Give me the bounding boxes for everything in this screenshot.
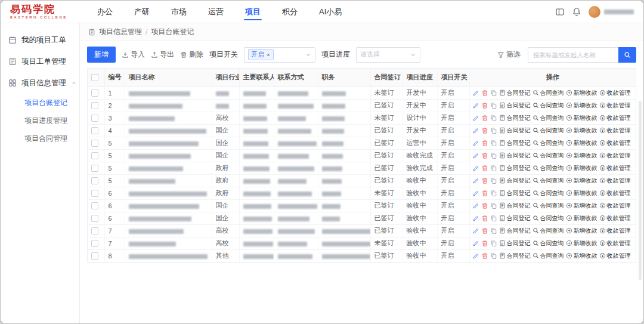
delete-icon[interactable]: [481, 90, 488, 97]
import-button[interactable]: 导入: [122, 50, 145, 60]
breadcrumb-item[interactable]: 项目台账登记: [151, 27, 194, 37]
row-checkbox[interactable]: [91, 127, 98, 134]
nav-item[interactable]: 运营: [207, 1, 225, 23]
edit-icon[interactable]: [472, 215, 479, 222]
contract-query-link[interactable]: 合同查询: [532, 114, 564, 122]
nav-item[interactable]: 市场: [170, 1, 188, 23]
nav-item[interactable]: 办公: [96, 1, 114, 23]
copy-icon[interactable]: [490, 165, 497, 172]
contract-register-link[interactable]: 合同登记: [499, 177, 531, 185]
contract-register-link[interactable]: 合同登记: [499, 202, 531, 210]
contract-query-link[interactable]: 合同查询: [532, 252, 564, 260]
contract-query-link[interactable]: 合同查询: [532, 177, 564, 185]
row-checkbox[interactable]: [91, 227, 98, 234]
close-icon[interactable]: [266, 53, 271, 57]
contract-query-link[interactable]: 合同查询: [532, 89, 564, 97]
receipt-manage-link[interactable]: 收款管理: [599, 202, 631, 210]
copy-icon[interactable]: [490, 177, 497, 184]
copy-icon[interactable]: [490, 252, 497, 260]
vertical-scrollbar[interactable]: [639, 101, 642, 280]
add-receipt-link[interactable]: 新增收款: [566, 126, 597, 135]
contract-register-link[interactable]: 合同登记: [499, 114, 531, 122]
bell-icon[interactable]: [572, 7, 581, 17]
sidebar-item[interactable]: 项目信息管理: [1, 72, 79, 94]
brand-logo[interactable]: 易码学院 EASTERN COLLEGE: [10, 4, 80, 19]
nav-item[interactable]: 积分: [281, 1, 299, 23]
contract-register-link[interactable]: 合同登记: [499, 252, 531, 260]
edit-icon[interactable]: [472, 240, 479, 247]
contract-register-link[interactable]: 合同登记: [499, 89, 531, 97]
delete-icon[interactable]: [481, 215, 488, 222]
row-checkbox[interactable]: [91, 115, 98, 122]
copy-icon[interactable]: [490, 240, 497, 247]
sidebar-subitem[interactable]: 项目合同管理: [1, 129, 79, 147]
contract-query-link[interactable]: 合同查询: [532, 202, 564, 210]
sidebar-item[interactable]: 我的项目工单: [1, 29, 79, 51]
copy-icon[interactable]: [490, 140, 497, 147]
delete-button[interactable]: 删除: [180, 50, 203, 60]
row-checkbox[interactable]: [91, 240, 98, 247]
edit-icon[interactable]: [472, 252, 479, 260]
contract-query-link[interactable]: 合同查询: [532, 164, 564, 172]
add-receipt-link[interactable]: 新增收款: [566, 214, 597, 223]
delete-icon[interactable]: [481, 202, 488, 209]
delete-icon[interactable]: [481, 102, 488, 109]
receipt-manage-link[interactable]: 收款管理: [599, 114, 631, 122]
copy-icon[interactable]: [490, 152, 497, 159]
contract-register-link[interactable]: 合同登记: [499, 139, 531, 147]
row-checkbox[interactable]: [91, 165, 98, 172]
edit-icon[interactable]: [472, 102, 479, 109]
add-receipt-link[interactable]: 新增收款: [566, 89, 597, 97]
receipt-manage-link[interactable]: 收款管理: [599, 214, 631, 223]
copy-icon[interactable]: [490, 102, 497, 109]
receipt-manage-link[interactable]: 收款管理: [599, 189, 631, 198]
contract-register-link[interactable]: 合同登记: [499, 164, 531, 172]
receipt-manage-link[interactable]: 收款管理: [599, 101, 631, 110]
delete-icon[interactable]: [481, 140, 488, 147]
copy-icon[interactable]: [490, 190, 497, 197]
row-checkbox[interactable]: [91, 152, 98, 159]
delete-icon[interactable]: [481, 227, 488, 234]
copy-icon[interactable]: [490, 202, 497, 209]
copy-icon[interactable]: [490, 127, 497, 134]
add-button[interactable]: 新增: [87, 47, 116, 63]
delete-icon[interactable]: [481, 115, 488, 122]
select-all-checkbox[interactable]: [91, 74, 98, 81]
add-receipt-link[interactable]: 新增收款: [566, 152, 597, 160]
row-checkbox[interactable]: [91, 140, 98, 147]
nav-item[interactable]: 产研: [133, 1, 151, 23]
delete-icon[interactable]: [481, 240, 488, 247]
add-receipt-link[interactable]: 新增收款: [566, 164, 597, 172]
breadcrumb-item[interactable]: 项目信息管理: [99, 27, 142, 37]
delete-icon[interactable]: [481, 127, 488, 134]
contract-query-link[interactable]: 合同查询: [532, 227, 564, 235]
layout-toggle-icon[interactable]: [555, 7, 565, 17]
search-button[interactable]: [618, 47, 636, 63]
receipt-manage-link[interactable]: 收款管理: [599, 152, 631, 160]
contract-register-link[interactable]: 合同登记: [499, 126, 531, 135]
contract-query-link[interactable]: 合同查询: [532, 139, 564, 147]
row-checkbox[interactable]: [91, 215, 98, 222]
add-receipt-link[interactable]: 新增收款: [566, 101, 597, 110]
edit-icon[interactable]: [472, 165, 479, 172]
copy-icon[interactable]: [490, 90, 497, 97]
receipt-manage-link[interactable]: 收款管理: [599, 126, 631, 135]
row-checkbox[interactable]: [91, 102, 98, 109]
nav-item[interactable]: AI小易: [318, 1, 343, 23]
copy-icon[interactable]: [490, 215, 497, 222]
add-receipt-link[interactable]: 新增收款: [566, 202, 597, 210]
contract-register-link[interactable]: 合同登记: [499, 101, 531, 110]
edit-icon[interactable]: [472, 115, 479, 122]
add-receipt-link[interactable]: 新增收款: [566, 189, 597, 198]
contract-register-link[interactable]: 合同登记: [499, 227, 531, 235]
row-checkbox[interactable]: [91, 177, 98, 184]
contract-query-link[interactable]: 合同查询: [532, 126, 564, 135]
delete-icon[interactable]: [481, 252, 488, 260]
edit-icon[interactable]: [472, 190, 479, 197]
row-checkbox[interactable]: [91, 90, 98, 97]
sidebar-subitem[interactable]: 项目进度管理: [1, 112, 79, 129]
receipt-manage-link[interactable]: 收款管理: [599, 89, 631, 97]
contract-query-link[interactable]: 合同查询: [532, 152, 564, 160]
edit-icon[interactable]: [472, 140, 479, 147]
add-receipt-link[interactable]: 新增收款: [566, 252, 597, 260]
